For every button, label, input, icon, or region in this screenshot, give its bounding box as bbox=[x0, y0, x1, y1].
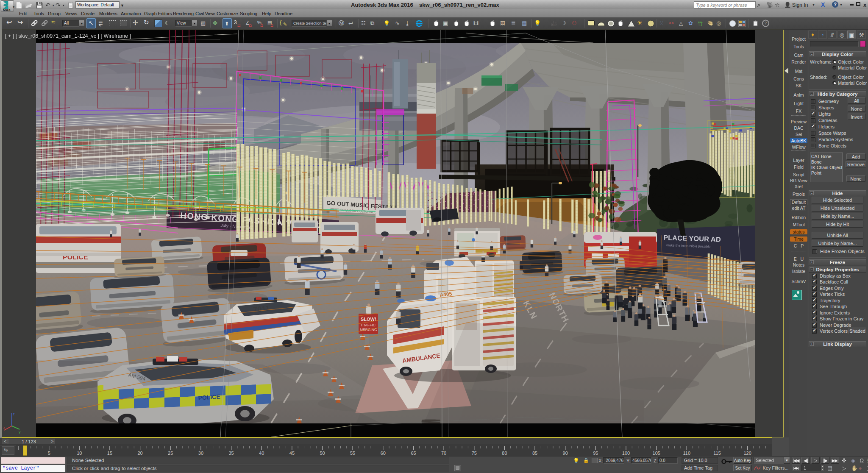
svg-text:90: 90 bbox=[563, 451, 568, 456]
svg-text:105: 105 bbox=[653, 451, 660, 456]
svg-text:25: 25 bbox=[168, 451, 173, 456]
svg-text:30: 30 bbox=[198, 451, 203, 456]
svg-text:10: 10 bbox=[77, 451, 82, 456]
svg-text:70: 70 bbox=[441, 451, 446, 456]
svg-text:45: 45 bbox=[289, 451, 295, 456]
svg-text:5: 5 bbox=[48, 451, 50, 456]
svg-text:115: 115 bbox=[713, 451, 721, 456]
svg-text:100: 100 bbox=[622, 451, 630, 456]
svg-text:80: 80 bbox=[502, 451, 507, 456]
svg-text:y: y bbox=[19, 430, 21, 434]
svg-text:120: 120 bbox=[743, 451, 751, 456]
svg-text:x: x bbox=[3, 426, 6, 430]
svg-text:z: z bbox=[13, 412, 15, 416]
svg-text:75: 75 bbox=[472, 451, 477, 456]
svg-text:?: ? bbox=[765, 21, 767, 26]
svg-text:[ + ] [ skw_r06_sh0971_cam_1-1: [ + ] [ skw_r06_sh0971_cam_1-124_vc ] [ … bbox=[5, 33, 131, 39]
svg-text:110: 110 bbox=[683, 451, 691, 456]
svg-text:35: 35 bbox=[228, 451, 234, 456]
svg-text:95: 95 bbox=[593, 451, 598, 456]
svg-text:40: 40 bbox=[259, 451, 264, 456]
svg-text:65: 65 bbox=[411, 451, 416, 456]
svg-text:55: 55 bbox=[350, 451, 355, 456]
svg-text:60: 60 bbox=[381, 451, 386, 456]
svg-text:50: 50 bbox=[320, 451, 325, 456]
svg-text:85: 85 bbox=[532, 451, 537, 456]
svg-text:15: 15 bbox=[107, 451, 112, 456]
svg-text:20: 20 bbox=[137, 451, 142, 456]
